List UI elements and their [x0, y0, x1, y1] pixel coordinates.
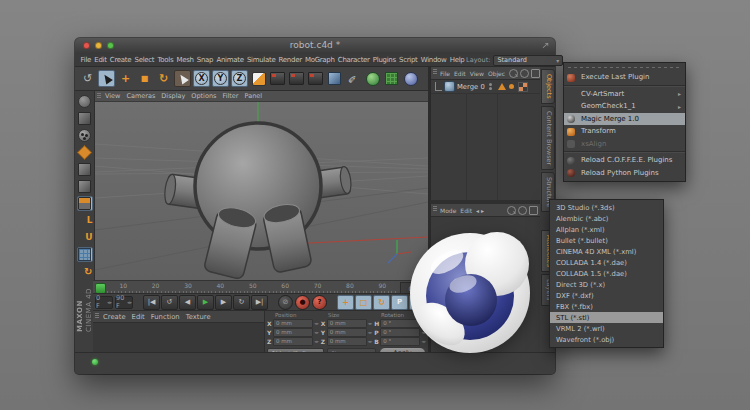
play-backwards-button[interactable]: ↺	[161, 295, 178, 310]
autokey-button[interactable]: ●	[295, 295, 310, 310]
menu-snap[interactable]: Snap	[195, 56, 215, 64]
am-menu-edit[interactable]: Edit	[460, 207, 472, 214]
render-settings-icon[interactable]	[307, 70, 324, 87]
resize-icon[interactable]: ↗	[542, 40, 550, 50]
add-primitive-cube-icon[interactable]	[326, 70, 343, 87]
menu-file[interactable]: File	[79, 56, 93, 64]
stepper-icon[interactable]: ◂▸	[314, 330, 319, 335]
object-name[interactable]: Merge 0	[457, 83, 485, 91]
format-abc[interactable]: Alembic (*.abc)	[550, 213, 663, 224]
format-obj[interactable]: Wavefront (*.obj)	[550, 334, 663, 345]
plugin-reload-coffee[interactable]: Reload C.O.F.F.E.E. Plugins	[564, 154, 685, 167]
size-field[interactable]: 0 mm	[327, 328, 367, 337]
lock-icon[interactable]	[529, 206, 538, 215]
history-icon[interactable]	[518, 206, 527, 215]
size-field[interactable]: 0 mm	[327, 337, 367, 346]
stepper-icon[interactable]: ◂▸	[314, 321, 319, 326]
format-collada15[interactable]: COLLADA 1.5 (*.dae)	[550, 268, 663, 279]
om-menu-file[interactable]: File	[440, 70, 450, 77]
menu-plugins[interactable]: Plugins	[371, 56, 397, 64]
previous-frame-button[interactable]: ◀	[179, 295, 196, 310]
grip-icon[interactable]	[95, 313, 99, 319]
plugin-cv-artsmart[interactable]: CV-ArtSmart ▸	[564, 88, 685, 101]
vp-menu-cameras[interactable]: Cameras	[126, 92, 155, 100]
stepper-icon[interactable]: ◂▸	[368, 321, 373, 326]
start-frame-field[interactable]: 0 F◂▸	[95, 296, 113, 309]
menu-animate[interactable]: Animate	[215, 56, 245, 64]
menu-render[interactable]: Render	[277, 56, 303, 64]
menu-create[interactable]: Create	[108, 56, 133, 64]
format-c4dxml[interactable]: CINEMA 4D XML (*.xml)	[550, 246, 663, 257]
coordinate-system-icon[interactable]	[250, 70, 267, 87]
plugin-execute-last[interactable]: Execute Last Plugin	[564, 71, 685, 86]
timeline-ruler[interactable]: 102030405060708090 0 F	[93, 280, 428, 293]
plugin-geomcheck[interactable]: GeomCheck1_1 ▸	[564, 100, 685, 113]
move-tool-icon[interactable]: +	[117, 70, 134, 87]
plugin-magic-merge[interactable]: Magic Merge 1.0	[564, 113, 685, 126]
y-axis-lock-button[interactable]: Y	[212, 70, 229, 87]
grip-icon[interactable]	[433, 69, 437, 75]
array-object-icon[interactable]	[383, 70, 400, 87]
expression-tag-icon[interactable]	[509, 84, 514, 89]
om-menu-view[interactable]: View	[470, 70, 484, 77]
format-vrml[interactable]: VRML 2 (*.wrl)	[550, 323, 663, 334]
live-selection-tool[interactable]	[98, 70, 115, 87]
viewport-panel[interactable]: ViewCamerasDisplayOptionsFilterPanel	[95, 91, 428, 280]
polygons-mode-icon[interactable]	[77, 196, 93, 211]
keyframe-selection-button[interactable]: ?	[312, 295, 327, 310]
last-tool-icon[interactable]	[174, 70, 191, 87]
menu-mesh[interactable]: Mesh	[175, 56, 195, 64]
format-3ds[interactable]: 3D Studio (*.3ds)	[550, 202, 663, 213]
viewport-scene[interactable]	[95, 102, 428, 281]
snap-settings-icon[interactable]: ↻	[77, 264, 93, 279]
titlebar[interactable]: robot.c4d * ↗	[75, 38, 555, 55]
vp-menu-options[interactable]: Options	[191, 92, 216, 100]
plugin-xsalign[interactable]: xsAlign	[564, 138, 685, 153]
format-bullet[interactable]: Bullet (*.bullet)	[550, 235, 663, 246]
position-field[interactable]: 0 mm	[273, 337, 313, 346]
rotate-tool-icon[interactable]: ↻	[155, 70, 172, 87]
tear-off-strip[interactable]	[568, 65, 681, 69]
stepper-icon[interactable]: ◂▸	[127, 299, 132, 305]
make-editable-icon[interactable]	[77, 94, 93, 109]
workplane-mode-icon[interactable]	[77, 145, 93, 160]
stepper-icon[interactable]: ◂▸	[368, 339, 373, 344]
mat-menu-edit[interactable]: Edit	[132, 313, 145, 321]
menu-mograph[interactable]: MoGraph	[303, 56, 336, 64]
vp-menu-display[interactable]: Display	[161, 92, 185, 100]
format-allplan[interactable]: Allplan (*.xml)	[550, 224, 663, 235]
search-icon[interactable]	[509, 69, 518, 78]
texture-tag-icon[interactable]	[518, 82, 528, 92]
am-menu-mode[interactable]: Mode	[440, 207, 456, 214]
menu-simulate[interactable]: Simulate	[245, 56, 277, 64]
tab-content-browser[interactable]: Content Browser	[541, 106, 555, 170]
plugin-transform[interactable]: Transform	[564, 125, 685, 138]
mat-menu-create[interactable]: Create	[103, 313, 126, 321]
goto-end-button[interactable]: ▶|	[251, 295, 268, 310]
format-fbx[interactable]: FBX (*.fbx)	[550, 301, 663, 312]
format-dxf[interactable]: DXF (*.dxf)	[550, 290, 663, 301]
object-row-merge[interactable]: Merge 0	[431, 80, 540, 94]
vp-menu-filter[interactable]: Filter	[222, 92, 238, 100]
menu-window[interactable]: Window	[419, 56, 448, 64]
end-frame-field[interactable]: 90 F◂▸	[115, 296, 133, 309]
menu-select[interactable]: Select	[133, 56, 156, 64]
key-position-button[interactable]: +	[337, 295, 354, 310]
next-frame-button[interactable]: ▶	[215, 295, 232, 310]
texture-axis-icon[interactable]: U	[77, 230, 93, 245]
x-axis-lock-button[interactable]: X	[193, 70, 210, 87]
texture-mode-icon[interactable]	[77, 128, 93, 143]
om-menu-edit[interactable]: Edit	[454, 70, 466, 77]
position-field[interactable]: 0 mm	[273, 319, 313, 328]
plugin-reload-python[interactable]: Reload Python Plugins	[564, 167, 685, 180]
scale-tool-icon[interactable]: ■	[136, 70, 153, 87]
menu-tools[interactable]: Tools	[156, 56, 175, 64]
format-direct3d[interactable]: Direct 3D (*.x)	[550, 279, 663, 290]
menu-help[interactable]: Help	[448, 56, 466, 64]
render-region-icon[interactable]	[288, 70, 305, 87]
phong-tag-icon[interactable]	[498, 83, 506, 90]
layout-select[interactable]: Standard ▾	[493, 55, 563, 66]
spline-pen-icon[interactable]: ✎	[345, 70, 362, 87]
om-menu-objects[interactable]: Objec	[488, 70, 505, 77]
grip-icon[interactable]	[433, 206, 437, 212]
